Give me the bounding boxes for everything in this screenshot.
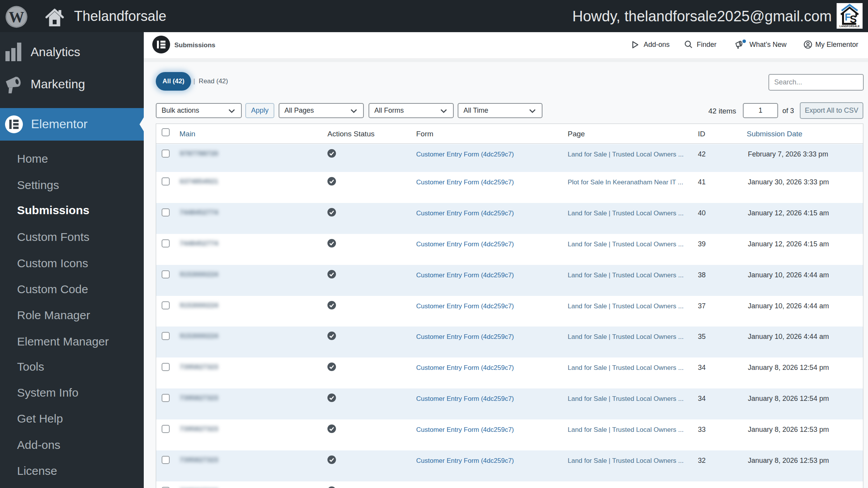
svg-text:S: S	[850, 14, 857, 25]
svg-text:W: W	[9, 8, 24, 26]
svg-text:LANDFORSALE: LANDFORSALE	[839, 25, 859, 27]
